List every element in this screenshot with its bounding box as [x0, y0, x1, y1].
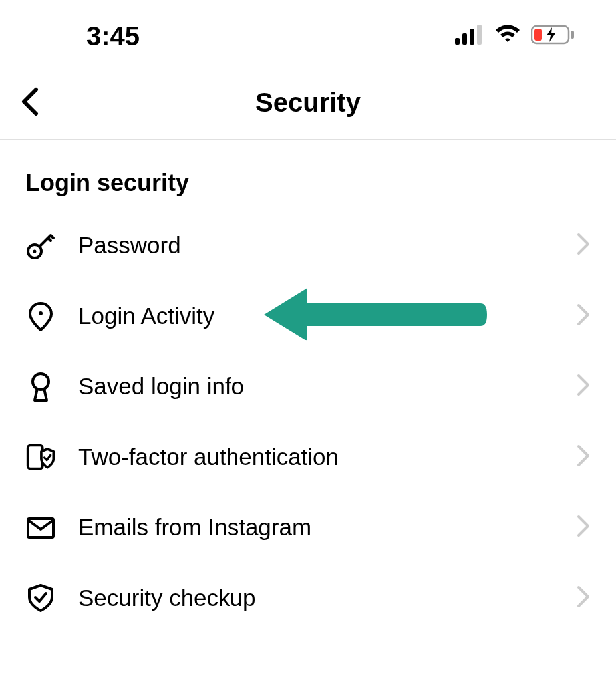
- chevron-right-icon: [576, 444, 591, 470]
- chevron-left-icon: [19, 107, 43, 118]
- list-item-label: Login Activity: [78, 303, 576, 329]
- section-header: Login security: [0, 169, 616, 210]
- list-item-label: Two-factor authentication: [78, 444, 576, 470]
- list-item-emails[interactable]: Emails from Instagram: [0, 492, 616, 563]
- list-item-login-activity[interactable]: Login Activity: [0, 281, 616, 351]
- chevron-right-icon: [576, 232, 591, 259]
- list-item-two-factor[interactable]: Two-factor authentication: [0, 422, 616, 492]
- device-shield-icon: [25, 442, 56, 472]
- list-item-label: Saved login info: [78, 373, 576, 400]
- status-bar: 3:45: [0, 0, 616, 67]
- list-item-label: Security checkup: [78, 585, 576, 611]
- nav-header: Security: [0, 67, 616, 140]
- svg-rect-0: [455, 38, 460, 45]
- chevron-right-icon: [576, 373, 591, 400]
- shield-check-icon: [25, 583, 56, 613]
- svg-rect-6: [534, 29, 542, 41]
- svg-point-10: [33, 374, 49, 390]
- svg-rect-1: [462, 33, 467, 45]
- status-icons: [455, 24, 576, 48]
- svg-rect-5: [571, 31, 574, 39]
- list-item-saved-login-info[interactable]: Saved login info: [0, 351, 616, 422]
- list-item-label: Emails from Instagram: [78, 514, 576, 541]
- cellular-signal-icon: [455, 25, 484, 47]
- status-time: 3:45: [86, 21, 140, 51]
- keyhole-icon: [25, 371, 56, 402]
- list-item-password[interactable]: Password: [0, 210, 616, 281]
- location-pin-icon: [25, 301, 56, 331]
- chevron-right-icon: [576, 303, 591, 329]
- wifi-icon: [494, 25, 522, 47]
- battery-low-charging-icon: [531, 24, 576, 48]
- svg-point-8: [33, 250, 37, 253]
- list-item-security-checkup[interactable]: Security checkup: [0, 563, 616, 633]
- svg-rect-2: [470, 29, 474, 45]
- svg-rect-3: [477, 25, 482, 45]
- chevron-right-icon: [576, 514, 591, 541]
- envelope-icon: [25, 512, 56, 543]
- content: Login security Password Login Activity: [0, 140, 616, 633]
- page-title: Security: [255, 88, 361, 118]
- list-item-label: Password: [78, 232, 576, 259]
- back-button[interactable]: [19, 87, 43, 119]
- key-icon: [25, 230, 56, 261]
- chevron-right-icon: [576, 585, 591, 611]
- svg-point-9: [39, 311, 43, 315]
